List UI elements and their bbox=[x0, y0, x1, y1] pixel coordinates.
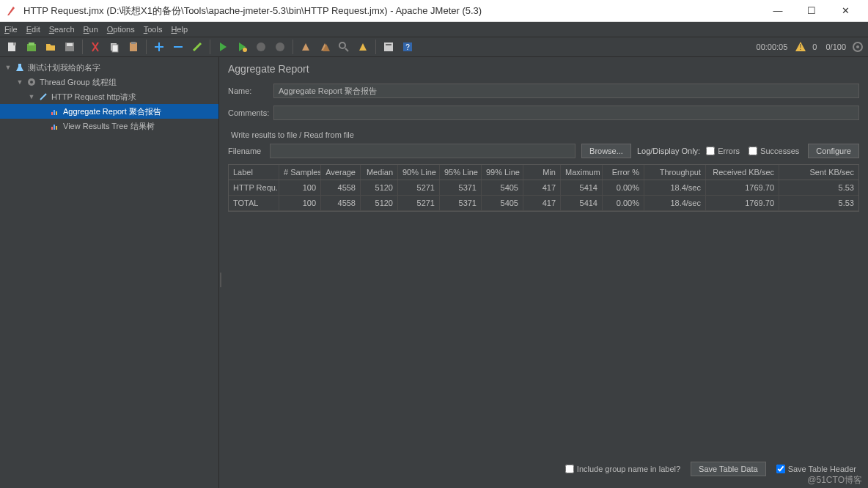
app-icon bbox=[6, 5, 18, 17]
svg-rect-18 bbox=[384, 42, 393, 51]
window-title: HTTP Request.jmx (D:\联想X1的备份\Tools\apach… bbox=[23, 4, 761, 18]
tree-root[interactable]: ▼ 测试计划我给的名字 bbox=[0, 60, 218, 75]
reset-search-icon[interactable] bbox=[355, 39, 371, 55]
th-min[interactable]: Min bbox=[523, 165, 561, 180]
th-samples[interactable]: # Samples bbox=[279, 165, 321, 180]
th-average[interactable]: Average bbox=[321, 165, 361, 180]
expand-icon[interactable] bbox=[151, 39, 167, 55]
clear-icon[interactable] bbox=[298, 39, 314, 55]
function-helper-icon[interactable] bbox=[380, 39, 397, 55]
menu-run[interactable]: Run bbox=[84, 25, 98, 34]
warn-count: 0 bbox=[812, 42, 817, 51]
close-button[interactable]: ✕ bbox=[828, 1, 862, 21]
maximize-button[interactable]: ☐ bbox=[795, 1, 828, 21]
menu-help[interactable]: Help bbox=[171, 25, 188, 34]
menu-edit[interactable]: Edit bbox=[26, 25, 40, 34]
table-row[interactable]: TOTAL 100 4558 5120 5271 5371 5405 417 5… bbox=[229, 196, 858, 211]
threads-icon[interactable] bbox=[852, 41, 864, 53]
filename-label: Filename bbox=[228, 147, 261, 155]
tree-aggregate-report[interactable]: Aggregate Report 聚合报告 bbox=[0, 104, 218, 119]
warning-icon[interactable]: ! bbox=[795, 41, 806, 53]
fieldset-label: Write results to file / Read from file bbox=[231, 130, 859, 139]
tree-root-label: 测试计划我给的名字 bbox=[28, 62, 100, 73]
svg-rect-29 bbox=[56, 111, 57, 115]
th-throughput[interactable]: Throughput bbox=[644, 165, 706, 180]
pipette-icon bbox=[38, 92, 48, 102]
svg-rect-1 bbox=[13, 42, 16, 45]
shutdown-icon[interactable] bbox=[272, 39, 288, 55]
svg-rect-5 bbox=[67, 43, 73, 46]
thread-count: 0/100 bbox=[825, 42, 846, 51]
table-row[interactable]: HTTP Requ... 100 4558 5120 5271 5371 540… bbox=[229, 180, 858, 196]
save-table-data-button[interactable]: Save Table Data bbox=[691, 462, 766, 476]
tree-group-label: Thread Group 线程组 bbox=[40, 77, 117, 88]
flask-icon bbox=[15, 62, 25, 73]
th-max[interactable]: Maximum bbox=[561, 165, 603, 180]
search-icon[interactable] bbox=[336, 39, 352, 55]
watermark: @51CTO博客 bbox=[807, 474, 862, 487]
minimize-button[interactable]: — bbox=[761, 1, 795, 21]
cut-icon[interactable] bbox=[87, 39, 103, 55]
svg-rect-9 bbox=[131, 42, 136, 44]
titlebar: HTTP Request.jmx (D:\联想X1的备份\Tools\apach… bbox=[0, 0, 868, 22]
th-median[interactable]: Median bbox=[361, 165, 398, 180]
save-header-check[interactable]: Save Table Header bbox=[776, 465, 856, 473]
th-error[interactable]: Error % bbox=[603, 165, 644, 180]
svg-line-17 bbox=[345, 48, 348, 51]
errors-check[interactable]: Errors bbox=[706, 147, 740, 155]
chart-icon bbox=[50, 106, 60, 117]
toolbar: ? 00:00:05 ! 0 0/100 bbox=[0, 37, 868, 57]
th-95[interactable]: 95% Line bbox=[440, 165, 482, 180]
svg-rect-7 bbox=[112, 45, 118, 52]
templates-icon[interactable] bbox=[23, 39, 40, 55]
paste-icon[interactable] bbox=[125, 39, 141, 55]
svg-rect-28 bbox=[54, 110, 55, 115]
panel-heading: Aggregate Report bbox=[228, 63, 859, 75]
svg-text:?: ? bbox=[405, 43, 410, 51]
menu-search[interactable]: Search bbox=[49, 25, 75, 34]
configure-button[interactable]: Configure bbox=[808, 144, 859, 158]
comments-input[interactable] bbox=[273, 106, 859, 120]
start-icon[interactable] bbox=[215, 39, 231, 55]
th-label[interactable]: Label bbox=[229, 165, 279, 180]
browse-button[interactable]: Browse... bbox=[581, 144, 631, 158]
th-received[interactable]: Received KB/sec bbox=[706, 165, 779, 180]
successes-check[interactable]: Successes bbox=[749, 147, 799, 155]
splitter[interactable] bbox=[219, 57, 222, 488]
chevron-down-icon[interactable]: ▼ bbox=[28, 93, 35, 100]
copy-icon[interactable] bbox=[106, 39, 122, 55]
chevron-down-icon[interactable]: ▼ bbox=[4, 64, 12, 71]
th-sent[interactable]: Sent KB/sec bbox=[779, 165, 858, 180]
svg-point-24 bbox=[856, 45, 859, 48]
tree-thread-group[interactable]: ▼ Thread Group 线程组 bbox=[0, 75, 218, 89]
tree-aggregate-label: Aggregate Report 聚合报告 bbox=[63, 106, 161, 117]
th-90[interactable]: 90% Line bbox=[398, 165, 440, 180]
th-99[interactable]: 99% Line bbox=[482, 165, 523, 180]
name-input[interactable] bbox=[273, 84, 859, 98]
chart-icon bbox=[50, 121, 60, 131]
name-label: Name: bbox=[228, 86, 273, 95]
start-noTimers-icon[interactable] bbox=[234, 39, 250, 55]
menu-file[interactable]: File bbox=[4, 25, 18, 34]
window-controls: — ☐ ✕ bbox=[761, 1, 862, 21]
menu-options[interactable]: Options bbox=[107, 25, 135, 34]
tree-results-tree[interactable]: View Results Tree 结果树 bbox=[0, 119, 218, 133]
svg-point-13 bbox=[243, 48, 247, 52]
save-icon[interactable] bbox=[62, 39, 78, 55]
collapse-icon[interactable] bbox=[170, 39, 186, 55]
clear-all-icon[interactable] bbox=[317, 39, 333, 55]
menu-tools[interactable]: Tools bbox=[144, 25, 163, 34]
tree-request-label: HTTP Request http请求 bbox=[51, 92, 136, 103]
new-icon[interactable] bbox=[4, 39, 21, 55]
chevron-down-icon[interactable]: ▼ bbox=[16, 78, 23, 86]
logdisplay-label: Log/Display Only: bbox=[637, 147, 700, 155]
gear-icon bbox=[26, 77, 37, 87]
filename-input[interactable] bbox=[270, 144, 575, 158]
stop-icon[interactable] bbox=[253, 39, 269, 55]
help-icon[interactable]: ? bbox=[400, 39, 416, 55]
include-group-check[interactable]: Include group name in label? bbox=[565, 465, 680, 473]
tree-http-request[interactable]: ▼ HTTP Request http请求 bbox=[0, 89, 218, 104]
svg-point-15 bbox=[276, 42, 284, 51]
open-icon[interactable] bbox=[43, 39, 59, 55]
toggle-icon[interactable] bbox=[189, 39, 205, 55]
